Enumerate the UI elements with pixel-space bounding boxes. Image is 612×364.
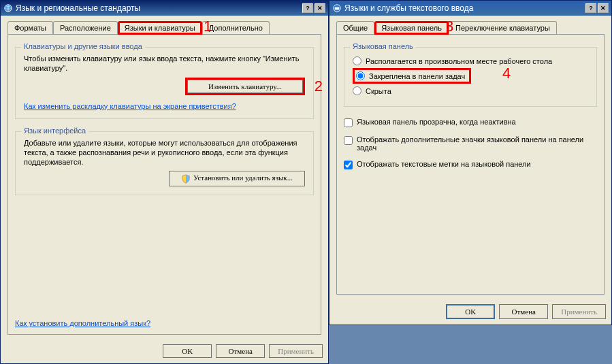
welcome-screen-link[interactable]: Как изменить раскладку клавиатуры на экр…: [24, 102, 236, 110]
group-keyboards: Клавиатуры и другие языки ввода Чтобы из…: [15, 47, 314, 119]
tabbody-left: Клавиатуры и другие языки ввода Чтобы из…: [7, 35, 321, 335]
tab-formats[interactable]: Форматы: [7, 21, 53, 34]
content-right: Общие Языковая панель Переключение клави…: [329, 16, 611, 300]
check-text-labels-label: Отображать текстовые метки на языковой п…: [357, 160, 531, 168]
install-additional-lang-link[interactable]: Как установить дополнительный язык?: [15, 319, 150, 327]
title-text-left: Язык и региональные стандарты: [16, 3, 301, 13]
tab-general[interactable]: Общие: [336, 21, 374, 34]
radio-docked[interactable]: Закреплена в панели задач: [356, 71, 465, 80]
region-language-dialog: Язык и региональные стандарты ? ✕ Формат…: [0, 0, 329, 364]
tabbody-right: Языковая панель Располагается в произвол…: [336, 35, 605, 295]
check-transparent-label: Языковая панель прозрачна, когда неактив…: [357, 118, 516, 126]
radio-floating[interactable]: Располагается в произвольном месте рабоч…: [353, 56, 588, 65]
close-button[interactable]: ✕: [315, 3, 325, 13]
radio-hidden-label: Скрыта: [366, 87, 391, 95]
globe-icon: [3, 3, 13, 13]
radio-floating-label: Располагается в произвольном месте рабоч…: [366, 57, 552, 65]
check-extra-icons-input[interactable]: [344, 136, 353, 145]
install-remove-lang-button[interactable]: Установить или удалить язык...: [169, 171, 305, 186]
titlebar-right[interactable]: Языки и службы текстового ввода ? ✕: [329, 1, 611, 16]
tabs-left: Форматы Расположение Языки и клавиатуры …: [7, 21, 321, 35]
tab-keyboard-switch[interactable]: Переключение клавиатуры: [449, 21, 557, 34]
close-button-right[interactable]: ✕: [598, 3, 609, 13]
text-ui-language: Добавьте или удалите языки, которые могу…: [24, 138, 305, 167]
text-services-dialog: Языки и службы текстового ввода ? ✕ Общи…: [329, 0, 612, 325]
tab-lang-keyboards[interactable]: Языки и клавиатуры: [118, 21, 202, 35]
radio-hidden[interactable]: Скрыта: [353, 86, 588, 95]
right-area: Языки и службы текстового ввода ? ✕ Общи…: [329, 0, 612, 364]
change-keyboard-button[interactable]: Изменить клавиатуру...: [187, 80, 303, 93]
ok-button-right[interactable]: OK: [446, 304, 495, 319]
check-extra-icons[interactable]: Отображать дополнительные значки языково…: [344, 135, 597, 152]
button-row-right: OK Отмена Применить: [329, 300, 611, 325]
content-left: Форматы Расположение Языки и клавиатуры …: [1, 16, 328, 340]
apply-button-right[interactable]: Применить: [552, 304, 606, 319]
check-text-labels-input[interactable]: [344, 161, 353, 169]
radio-docked-label: Закреплена в панели задач: [369, 72, 465, 80]
radio-floating-input[interactable]: [353, 56, 361, 65]
svg-rect-2: [335, 7, 340, 10]
button-row-left: OK Отмена Применить: [1, 340, 328, 363]
cancel-button-right[interactable]: Отмена: [499, 304, 548, 319]
legend-language-bar: Языковая панель: [350, 42, 416, 50]
tab-language-bar[interactable]: Языковая панель: [374, 21, 449, 35]
annotation-2: 2: [315, 78, 323, 95]
tab-location[interactable]: Расположение: [53, 21, 118, 34]
help-button[interactable]: ?: [302, 3, 313, 13]
check-transparent[interactable]: Языковая панель прозрачна, когда неактив…: [344, 118, 597, 127]
tab-additional[interactable]: Дополнительно: [202, 21, 270, 34]
radio-docked-input[interactable]: [356, 71, 365, 80]
check-transparent-input[interactable]: [344, 118, 353, 127]
shield-icon: [181, 174, 191, 184]
ok-button-left[interactable]: OK: [163, 344, 212, 358]
apply-button-left[interactable]: Применить: [269, 344, 323, 358]
group-language-bar: Языковая панель Располагается в произвол…: [344, 47, 597, 107]
title-text-right: Языки и службы текстового ввода: [344, 3, 584, 13]
text-keyboards: Чтобы изменить клавиатуру или язык ввода…: [24, 54, 305, 73]
check-text-labels[interactable]: Отображать текстовые метки на языковой п…: [344, 160, 597, 169]
annotation-4: 4: [502, 65, 511, 82]
keyboard-globe-icon: [332, 3, 342, 13]
annotation-1: 1: [204, 18, 212, 35]
check-extra-icons-label: Отображать дополнительные значки языково…: [357, 135, 597, 152]
radio-hidden-input[interactable]: [353, 86, 361, 95]
help-button-right[interactable]: ?: [585, 3, 596, 13]
install-remove-lang-label: Установить или удалить язык...: [193, 173, 293, 182]
cancel-button-left[interactable]: Отмена: [216, 344, 265, 358]
tabs-right: Общие Языковая панель Переключение клави…: [336, 21, 605, 35]
group-ui-language: Язык интерфейса Добавьте или удалите язы…: [15, 131, 314, 195]
legend-ui-language: Язык интерфейса: [21, 127, 88, 135]
titlebar-left[interactable]: Язык и региональные стандарты ? ✕: [1, 1, 328, 16]
legend-keyboards: Клавиатуры и другие языки ввода: [21, 42, 145, 50]
